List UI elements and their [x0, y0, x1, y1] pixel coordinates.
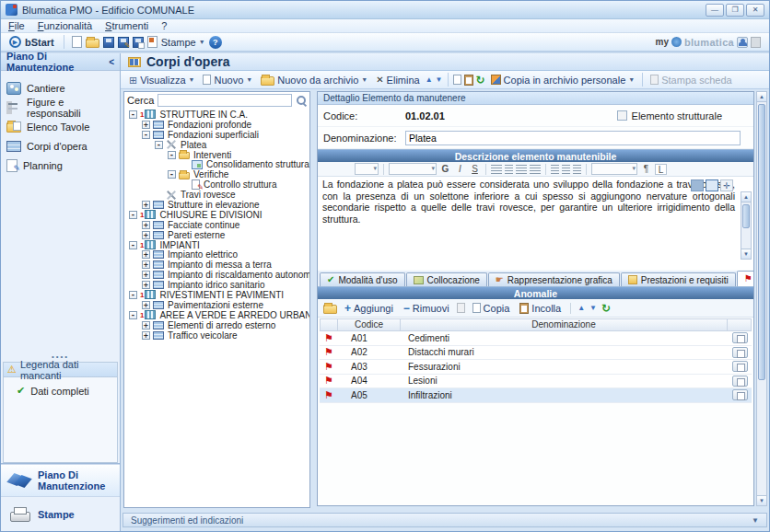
expand-icon[interactable]: +: [142, 250, 150, 259]
align-justify-icon[interactable]: [706, 179, 718, 191]
tree-node[interactable]: -Platea: [127, 140, 309, 150]
table-row[interactable]: ⚑A02Distacchi murari: [320, 346, 752, 361]
aggiungi-button[interactable]: + Aggiungi: [342, 302, 396, 315]
rimuovi-button[interactable]: − Rimuovi: [401, 302, 452, 315]
nuovo-da-archivio-dropdown[interactable]: Nuovo da archivio ▼: [258, 74, 370, 86]
move-up-icon[interactable]: ▲: [426, 75, 433, 84]
tab-collocazione[interactable]: Collocazione: [406, 272, 487, 286]
color-swatch-icon[interactable]: [691, 179, 704, 191]
textbox-icon[interactable]: L: [655, 164, 667, 175]
tab-rappresentazione-grafica[interactable]: ☛ Rappresentazione grafica: [488, 272, 620, 286]
collapse-icon[interactable]: -: [168, 170, 176, 179]
tree-node[interactable]: -1IMPIANTI: [127, 240, 309, 250]
numbered-list-icon[interactable]: [562, 165, 570, 174]
maximize-button[interactable]: ❐: [726, 4, 744, 17]
elemento-strutturale-checkbox[interactable]: Elemento strutturale: [617, 110, 722, 121]
tab-modalita-duso[interactable]: ✔ Modalità d'uso: [320, 272, 405, 286]
refresh-icon[interactable]: ↻: [476, 75, 485, 85]
tree-node[interactable]: +Fondazioni profonde: [127, 120, 309, 130]
archive-icon[interactable]: [323, 305, 337, 314]
expand-icon[interactable]: +: [142, 301, 150, 309]
sidebar-item-cantiere[interactable]: Cantiere: [6, 78, 114, 98]
tab-prestazioni-e-requisiti[interactable]: Prestazioni e requisiti: [621, 272, 736, 286]
move-down-icon[interactable]: ▼: [589, 304, 597, 312]
move-up-icon[interactable]: ▲: [578, 304, 585, 312]
italic-button[interactable]: I: [454, 164, 466, 175]
note-button[interactable]: [732, 332, 748, 343]
bstart-button[interactable]: ▶ bStart: [6, 36, 58, 48]
scroll-down-icon[interactable]: ▼: [741, 249, 751, 259]
style-dropdown[interactable]: [355, 163, 379, 175]
tree-node[interactable]: +Strutture in elevazione: [127, 200, 309, 210]
descrizione-textarea[interactable]: La fondazione a platea può essere consid…: [318, 177, 753, 269]
minimize-button[interactable]: —: [706, 4, 724, 17]
tree-node[interactable]: +Traffico veicolare: [127, 330, 309, 341]
collapse-icon[interactable]: -: [142, 131, 150, 139]
collapse-sidebar-icon[interactable]: <: [109, 57, 114, 67]
elimina-button[interactable]: ✕ Elimina: [373, 75, 422, 86]
sidebar-splitter[interactable]: ••••: [1, 182, 120, 362]
move-icon[interactable]: ✛: [720, 179, 733, 191]
scrollbar-thumb[interactable]: [758, 104, 765, 380]
collapse-icon[interactable]: -: [129, 211, 137, 219]
tree-node[interactable]: Controllo struttura: [127, 179, 309, 190]
collapse-icon[interactable]: -: [129, 241, 137, 249]
collapse-icon[interactable]: -: [129, 311, 137, 319]
tree-node[interactable]: +Pavimentazioni esterne: [127, 300, 309, 310]
tree-node[interactable]: Travi rovesce: [127, 190, 309, 200]
tree-node[interactable]: +Elementi di arredo esterno: [127, 320, 309, 330]
copia-in-archivio-dropdown[interactable]: Copia in archivio personale ▼: [488, 75, 638, 86]
note-button[interactable]: [732, 376, 748, 387]
copia-button[interactable]: Copia: [470, 303, 513, 314]
collapse-icon[interactable]: -: [168, 151, 176, 159]
collapse-icon[interactable]: -: [155, 141, 163, 149]
menu-strumenti[interactable]: Strumenti: [105, 20, 148, 31]
expand-icon[interactable]: +: [142, 121, 150, 129]
export-icon[interactable]: [147, 36, 158, 48]
table-row[interactable]: ⚑A03Fessurazioni: [320, 360, 752, 375]
menu-help[interactable]: ?: [161, 20, 167, 31]
open-icon[interactable]: [86, 39, 99, 48]
menu-file[interactable]: File: [8, 20, 25, 31]
table-row[interactable]: ⚑A05Infiltrazioni: [320, 388, 752, 403]
incolla-button[interactable]: Incolla: [517, 303, 564, 314]
table-row[interactable]: ⚑A01Cedimenti: [320, 331, 752, 346]
font-dropdown[interactable]: [389, 163, 437, 175]
scroll-down-icon[interactable]: ▼: [757, 495, 766, 505]
scrollbar-thumb[interactable]: [742, 204, 750, 228]
save-edit-icon[interactable]: [118, 37, 129, 48]
denominazione-input[interactable]: [405, 131, 741, 145]
stampe-dropdown[interactable]: Stampe ▼: [161, 37, 205, 48]
save-as-icon[interactable]: [133, 37, 144, 48]
size-dropdown[interactable]: [591, 163, 637, 175]
save-icon[interactable]: [103, 37, 114, 48]
table-row[interactable]: ⚑A04Lesioni: [320, 375, 752, 389]
tree-node[interactable]: -Fondazioni superficiali: [127, 130, 309, 140]
panel-button-piano-di-manutenzione[interactable]: Piano Di Manutenzione: [1, 464, 120, 496]
collapse-icon[interactable]: -: [129, 110, 137, 119]
underline-button[interactable]: S: [469, 164, 481, 175]
copy-icon[interactable]: [453, 75, 461, 85]
search-input[interactable]: [158, 94, 292, 107]
collapse-icon[interactable]: -: [129, 291, 137, 299]
bullet-list-icon[interactable]: [551, 165, 559, 174]
visualizza-dropdown[interactable]: ⊞ Visualizza ▼: [126, 75, 197, 86]
tree-node[interactable]: -Interventi: [127, 150, 309, 160]
align-left-icon[interactable]: [491, 165, 502, 174]
description-scrollbar[interactable]: ▲ ▼: [741, 191, 752, 260]
expand-icon[interactable]: +: [142, 321, 150, 330]
tree-node[interactable]: -1STRUTTURE IN C.A.: [127, 110, 309, 120]
tree-node[interactable]: -1RIVESTIMENTI E PAVIMENTI: [127, 290, 309, 300]
note-button[interactable]: [732, 389, 748, 400]
checkbox-icon[interactable]: [617, 110, 627, 121]
expand-icon[interactable]: +: [142, 221, 150, 229]
tree-node[interactable]: Consolidamento strutturale: [127, 159, 309, 169]
tree-node[interactable]: +Impianto elettrico: [127, 249, 309, 260]
scroll-up-icon[interactable]: ▲: [741, 192, 751, 202]
menu-funzionalita[interactable]: Funzionalità: [38, 20, 92, 31]
sidebar-item-corpi-dopera[interactable]: Corpi d'opera: [6, 136, 114, 156]
tab-anomalie[interactable]: ⚑ Anomalie: [737, 271, 754, 286]
panel-button-stampe[interactable]: Stampe: [1, 496, 120, 531]
expand-icon[interactable]: +: [142, 281, 150, 289]
tree-node[interactable]: -1AREE A VERDE E ARREDO URBANO: [127, 310, 309, 320]
